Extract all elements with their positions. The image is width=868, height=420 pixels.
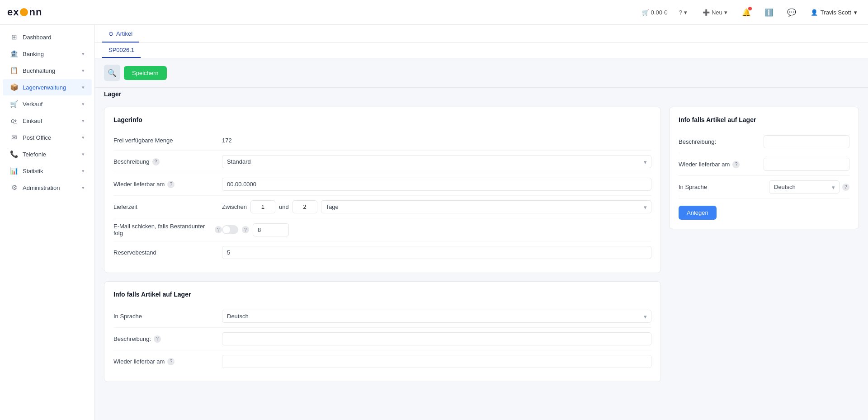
help-lieferbar2-icon[interactable]: ? — [167, 358, 175, 365]
right-row-lieferbar: Wieder lieferbar am ? — [679, 153, 849, 176]
form-row-email: E-Mail schicken, falls Bestandunter folg… — [113, 218, 651, 241]
right-row-beschreibung: Beschreibung: — [679, 131, 849, 153]
info-artikel-lager-title: Info falls Artikel auf Lager — [113, 291, 651, 298]
beschreibung-select[interactable]: Standard — [222, 155, 651, 168]
telefonie-icon: 📞 — [10, 150, 18, 158]
layout: ⊞ Dashboard 🏦 Banking ▾ 📋 Buchhaltung ▾ … — [0, 25, 868, 420]
sidebar-item-banking[interactable]: 🏦 Banking ▾ — [3, 46, 92, 62]
logo-circle — [20, 8, 28, 16]
help-icon: ? — [679, 9, 682, 16]
sidebar-label-statistik: Statistik — [23, 168, 43, 175]
sidebar-item-statistik[interactable]: 📊 Statistik ▾ — [3, 163, 92, 179]
info-button[interactable]: ℹ️ — [762, 5, 776, 19]
sidebar-item-administration[interactable]: ⚙ Administration ▾ — [3, 179, 92, 196]
sidebar-item-einkauf[interactable]: 🛍 Einkauf ▾ — [3, 113, 92, 129]
right-beschreibung-input[interactable] — [764, 135, 849, 148]
lieferzeit-input-1[interactable] — [250, 200, 275, 213]
help-right-lieferbar-icon[interactable]: ? — [732, 161, 740, 168]
help-beschreibung2-icon[interactable]: ? — [154, 335, 161, 343]
notifications-button[interactable]: 🔔 — [739, 5, 754, 19]
messages-button[interactable]: 💬 — [784, 5, 799, 19]
sidebar-item-post-office[interactable]: ✉ Post Office ▾ — [3, 129, 92, 146]
right-label-lieferbar: Wieder lieferbar am ? — [679, 161, 764, 168]
label-menge: Frei verfügbare Menge — [113, 137, 222, 144]
chevron-down-icon: ▾ — [82, 101, 85, 107]
right-label-sprache: In Sprache — [679, 184, 769, 190]
sprache-select-wrapper: Deutsch — [222, 310, 651, 323]
notification-badge — [748, 7, 752, 10]
help-chevron: ▾ — [684, 9, 687, 16]
sidebar-item-telefonie[interactable]: 📞 Telefonie ▾ — [3, 146, 92, 162]
lieferzeit-input-2[interactable] — [292, 200, 317, 213]
artikel-tab-label: Artikel — [116, 30, 132, 37]
post-office-icon: ✉ — [10, 133, 18, 142]
form-row-reservebestand: Reservebestand — [113, 241, 651, 264]
right-lieferbar-input[interactable] — [764, 158, 849, 171]
email-value-input[interactable] — [253, 223, 289, 236]
label-reservebestand: Reservebestand — [113, 249, 222, 256]
toolbar: 🔍 Speichern — [95, 58, 868, 88]
email-toggle[interactable] — [222, 225, 238, 234]
lagerinfo-card: Lagerinfo Frei verfügbare Menge 172 Besc… — [104, 107, 661, 273]
left-column: Lagerinfo Frei verfügbare Menge 172 Besc… — [104, 107, 661, 411]
label-lieferbar2: Wieder lieferbar am ? — [113, 358, 222, 365]
user-menu[interactable]: 👤 Travis Scott ▾ — [807, 7, 861, 18]
info-artikel-lager-card: Info falls Artikel auf Lager In Sprache … — [104, 281, 661, 382]
buchhaltung-icon: 📋 — [10, 66, 18, 75]
lieferbar-input[interactable] — [222, 178, 651, 191]
banking-icon: 🏦 — [10, 50, 18, 58]
artikel-tab-icon: ⊙ — [108, 30, 113, 37]
beschreibung-select-wrapper: Standard — [222, 155, 651, 168]
help-email-2-icon[interactable]: ? — [242, 226, 249, 233]
main-content: ⊙ Artikel SP0026.1 🔍 Speichern Lager Lag… — [95, 25, 868, 420]
logo: exnn — [7, 6, 42, 18]
sidebar-label-lagerverwaltung: Lagerverwaltung — [23, 84, 66, 91]
subtabs-bar: SP0026.1 — [95, 43, 868, 58]
sidebar-item-verkauf[interactable]: 🛒 Verkauf ▾ — [3, 96, 92, 112]
form-row-sprache: In Sprache Deutsch — [113, 305, 651, 328]
save-button[interactable]: Speichern — [124, 66, 167, 80]
form-row-lieferbar2: Wieder lieferbar am ? — [113, 350, 651, 373]
lieferbar2-input[interactable] — [222, 355, 651, 368]
plus-icon: ➕ — [703, 9, 710, 16]
chevron-down-icon: ▾ — [82, 68, 85, 74]
sidebar: ⊞ Dashboard 🏦 Banking ▾ 📋 Buchhaltung ▾ … — [0, 25, 95, 420]
tab-artikel[interactable]: ⊙ Artikel — [102, 25, 139, 42]
help-email-icon[interactable]: ? — [215, 226, 222, 233]
neu-button[interactable]: ➕ Neu ▾ — [699, 7, 731, 18]
lagerinfo-title: Lagerinfo — [113, 116, 651, 123]
help-beschreibung-icon[interactable]: ? — [152, 158, 160, 165]
einkauf-icon: 🛍 — [10, 117, 18, 125]
beschreibung2-input[interactable] — [222, 332, 651, 345]
sidebar-item-buchhaltung[interactable]: 📋 Buchhaltung ▾ — [3, 62, 92, 79]
tage-select[interactable]: Tage — [321, 200, 651, 213]
subtab-sp0026-1[interactable]: SP0026.1 — [102, 43, 141, 58]
anlegen-button[interactable]: Anlegen — [679, 206, 717, 220]
chevron-down-icon: ▾ — [82, 168, 85, 174]
sidebar-label-verkauf: Verkauf — [23, 101, 42, 108]
chevron-down-icon: ▾ — [82, 118, 85, 124]
sidebar-item-lagerverwaltung[interactable]: 📦 Lagerverwaltung ▾ — [3, 79, 92, 95]
neu-chevron: ▾ — [724, 9, 727, 16]
search-button[interactable]: 🔍 — [104, 65, 120, 81]
chevron-down-icon: ▾ — [82, 85, 85, 90]
reservebestand-input[interactable] — [222, 246, 651, 259]
sidebar-label-administration: Administration — [23, 184, 60, 191]
topnav-right: 🛒 0.00 € ? ▾ ➕ Neu ▾ 🔔 ℹ️ 💬 👤 Travis Sco… — [642, 5, 861, 19]
topnav: exnn 🛒 0.00 € ? ▾ ➕ Neu ▾ 🔔 ℹ️ 💬 👤 Travi… — [0, 0, 868, 25]
chevron-down-icon: ▾ — [82, 151, 85, 157]
label-lieferzeit: Lieferzeit — [113, 203, 222, 210]
chevron-down-icon: ▾ — [82, 135, 85, 141]
chevron-down-icon: ▾ — [82, 51, 85, 57]
right-sprache-select[interactable]: Deutsch — [769, 180, 840, 193]
sprache-select[interactable]: Deutsch — [222, 310, 651, 323]
help-right-sprache-icon[interactable]: ? — [842, 184, 849, 191]
help-lieferbar-icon[interactable]: ? — [167, 181, 175, 188]
statistik-icon: 📊 — [10, 167, 18, 175]
help-button[interactable]: ? ▾ — [675, 7, 691, 18]
form-row-lieferbar: Wieder lieferbar am ? — [113, 173, 651, 196]
cart-area[interactable]: 🛒 0.00 € — [642, 9, 667, 16]
page-body: Lagerinfo Frei verfügbare Menge 172 Besc… — [95, 98, 868, 420]
sidebar-item-dashboard[interactable]: ⊞ Dashboard — [3, 29, 92, 45]
dashboard-icon: ⊞ — [10, 33, 18, 41]
